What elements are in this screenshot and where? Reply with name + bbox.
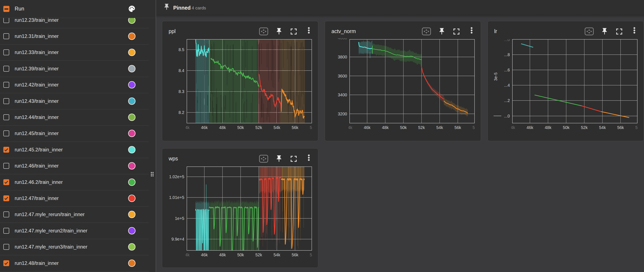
svg-text:52k: 52k bbox=[255, 125, 262, 130]
svg-text:44k: 44k bbox=[183, 125, 190, 130]
svg-text:8.3: 8.3 bbox=[178, 89, 184, 94]
svg-text:9.9e+4: 9.9e+4 bbox=[171, 237, 184, 241]
svg-text:48k: 48k bbox=[382, 125, 389, 130]
svg-text:1.02e+5: 1.02e+5 bbox=[169, 174, 184, 179]
svg-text:58k: 58k bbox=[636, 125, 642, 130]
svg-text:52k: 52k bbox=[255, 252, 262, 257]
svg-text:3800: 3800 bbox=[338, 55, 347, 59]
svg-text:56k: 56k bbox=[292, 125, 298, 130]
svg-text:44k: 44k bbox=[508, 125, 515, 130]
svg-text:...4: ...4 bbox=[504, 83, 510, 88]
svg-text:58k: 58k bbox=[310, 125, 317, 130]
svg-text:52k: 52k bbox=[418, 125, 425, 130]
svg-text:8.4: 8.4 bbox=[178, 68, 184, 73]
svg-text:46k: 46k bbox=[201, 252, 208, 257]
svg-text:50k: 50k bbox=[400, 125, 407, 130]
svg-text:3200: 3200 bbox=[338, 112, 347, 116]
svg-text:48k: 48k bbox=[544, 125, 552, 130]
svg-text:1.01e+5: 1.01e+5 bbox=[169, 195, 184, 200]
svg-text:52k: 52k bbox=[581, 125, 588, 130]
svg-text:...2: ...2 bbox=[504, 98, 510, 103]
svg-text:58k: 58k bbox=[473, 125, 480, 130]
svg-text:50k: 50k bbox=[237, 125, 244, 130]
svg-text:58k: 58k bbox=[310, 252, 317, 257]
svg-text:46k: 46k bbox=[526, 125, 533, 130]
svg-text:56k: 56k bbox=[617, 125, 624, 130]
svg-text:48k: 48k bbox=[219, 125, 226, 130]
svg-text:54k: 54k bbox=[599, 125, 606, 130]
svg-text:54k: 54k bbox=[274, 252, 280, 257]
svg-text:46k: 46k bbox=[201, 125, 208, 130]
svg-text:50k: 50k bbox=[563, 125, 570, 130]
svg-text:...0: ...0 bbox=[504, 37, 510, 42]
svg-text:56k: 56k bbox=[292, 252, 298, 257]
svg-text:...8: ...8 bbox=[504, 52, 510, 57]
svg-text:46k: 46k bbox=[364, 125, 370, 130]
svg-text:54k: 54k bbox=[274, 125, 280, 130]
svg-text:44k: 44k bbox=[346, 125, 352, 130]
svg-text:3e-5: 3e-5 bbox=[493, 73, 498, 81]
svg-text:3600: 3600 bbox=[338, 74, 347, 78]
svg-text:1e+5: 1e+5 bbox=[175, 216, 184, 221]
svg-text:54k: 54k bbox=[436, 125, 443, 130]
svg-text:56k: 56k bbox=[454, 125, 461, 130]
svg-text:3400: 3400 bbox=[338, 93, 347, 97]
svg-text:44k: 44k bbox=[183, 252, 190, 257]
svg-text:...6: ...6 bbox=[504, 68, 510, 72]
svg-text:4000: 4000 bbox=[338, 36, 347, 40]
svg-text:8.5: 8.5 bbox=[178, 47, 184, 52]
svg-text:8.2: 8.2 bbox=[178, 110, 184, 115]
svg-text:50k: 50k bbox=[237, 252, 244, 257]
svg-text:48k: 48k bbox=[219, 252, 226, 257]
svg-text:...0: ...0 bbox=[504, 114, 510, 118]
